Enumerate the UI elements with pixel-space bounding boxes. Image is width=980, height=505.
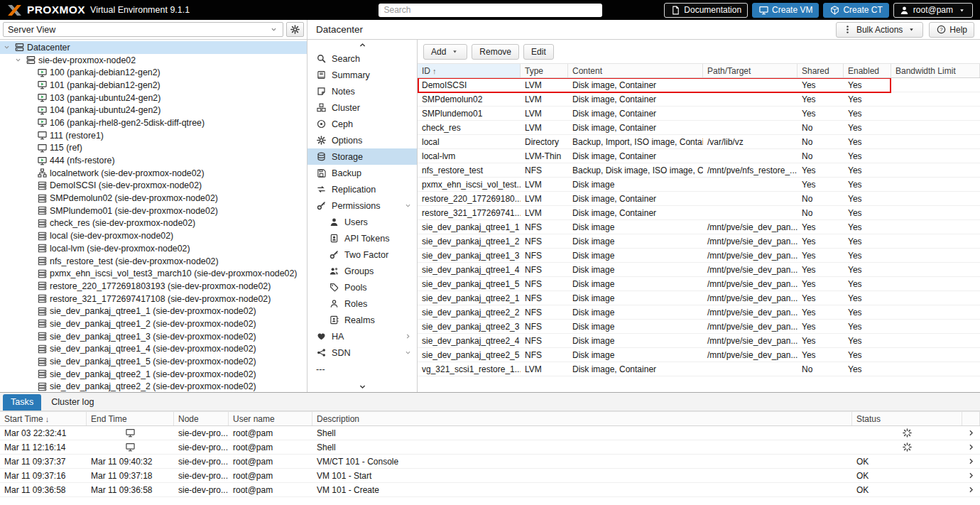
nav-item-two-factor[interactable]: Two Factor (307, 246, 417, 263)
chevron-right-icon[interactable] (967, 457, 976, 467)
nav-item-realms[interactable]: Realms (307, 312, 417, 328)
storage-column-header-enabled[interactable]: Enabled (844, 64, 891, 77)
chevron-right-icon[interactable] (967, 485, 976, 495)
tree-item-restore-220-1772691803193-sie-dev-proxmox-node02[interactable]: restore_220_1772691803193 (sie-dev-proxm… (0, 280, 307, 293)
tree-item-100-pankaj-debian12-gen2[interactable]: 100 (pankaj-debian12-gen2) (0, 66, 307, 79)
nav-item-sdn[interactable]: SDN (307, 344, 417, 361)
tab-cluster-log[interactable]: Cluster log (43, 394, 102, 411)
create-ct-button[interactable]: Create CT (823, 3, 888, 18)
storage-row-restore-321-177269741[interactable]: restore_321_177269741...LVMDisk image, C… (418, 206, 980, 220)
help-button[interactable]: ?Help (929, 22, 974, 38)
nav-item-pools[interactable]: Pools (307, 279, 417, 295)
chevron-right-icon[interactable] (967, 428, 976, 438)
storage-row-demoiscsi[interactable]: DemoISCSILVMDisk image, ContainerYesYes (418, 78, 980, 92)
tree-item-demoiscsi-sie-dev-proxmox-node02[interactable]: DemoISCSI (sie-dev-proxmox-node02) (0, 180, 307, 192)
expander-icon[interactable] (13, 55, 23, 65)
chevron-right-icon[interactable] (967, 471, 976, 481)
storage-column-header-type[interactable]: Type (521, 64, 568, 77)
storage-row-smpdemolun02[interactable]: SMPdemolun02LVMDisk image, ContainerYesY… (418, 92, 980, 107)
tree-settings-button[interactable] (286, 22, 304, 37)
bulk-actions-button[interactable]: Bulk Actions (836, 22, 923, 38)
tree-item-sie-dev-pankaj-qtree2-2-sie-dev-proxmox-node02[interactable]: sie_dev_pankaj_qtree2_2 (sie-dev-proxmox… (0, 381, 307, 392)
task-column-header-status[interactable]: Status (852, 412, 962, 425)
nav-item-cluster[interactable]: Cluster (307, 99, 417, 116)
tree-item-check-res-sie-dev-proxmox-node02[interactable]: check_res (sie-dev-proxmox-node02) (0, 217, 307, 230)
nav-item-item[interactable]: --- (307, 361, 417, 377)
nav-item-storage[interactable]: Storage (307, 148, 417, 165)
storage-row-local-lvm[interactable]: local-lvmLVM-ThinDisk image, ContainerNo… (418, 149, 980, 163)
tree-item-smplundemo01-sie-dev-proxmox-node02[interactable]: SMPlundemo01 (sie-dev-proxmox-node02) (0, 205, 307, 217)
expander-icon[interactable] (2, 43, 11, 53)
nav-item-options[interactable]: Options (307, 132, 417, 148)
tree-item-sie-dev-proxmox-node02[interactable]: sie-dev-proxmox-node02 (0, 54, 307, 67)
storage-row-sie-dev-pankaj-qtree2-5[interactable]: sie_dev_pankaj_qtree2_5NFSDisk image/mnt… (418, 348, 980, 362)
nav-item-permissions[interactable]: Permissions (307, 197, 417, 214)
storage-column-header-path-target[interactable]: Path/Target (703, 64, 797, 77)
tree-item-444-nfs-restore[interactable]: 444 (nfs-restore) (0, 154, 307, 167)
storage-row-pxmx-ehn-iscsi-vol-test[interactable]: pxmx_ehn_iscsi_vol_test...LVMDisk imageY… (418, 178, 980, 192)
task-column-header-user-name[interactable]: User name (229, 412, 312, 425)
task-column-header-node[interactable]: Node (174, 412, 229, 425)
task-column-header-start-time[interactable]: Start Time↓ (0, 412, 87, 425)
nav-item-notes[interactable]: Notes (307, 83, 417, 99)
tree-item-115-ref[interactable]: 115 (ref) (0, 142, 307, 155)
nav-scroll-up[interactable] (307, 40, 417, 50)
nav-item-users[interactable]: Users (307, 214, 417, 230)
tree-item-111-restore1[interactable]: 111 (restore1) (0, 129, 307, 142)
storage-column-header-bandwidth-limit[interactable]: Bandwidth Limit (891, 64, 980, 77)
nav-item-summary[interactable]: Summary (307, 67, 417, 83)
storage-row-sie-dev-pankaj-qtree2-2[interactable]: sie_dev_pankaj_qtree2_2NFSDisk image/mnt… (418, 305, 980, 320)
task-row-shell-1[interactable]: Mar 11 12:16:14sie-dev-pro...root@pamShe… (0, 440, 980, 455)
tree-item-106-pankaj-rhel8-gen2-5disk-diff-qtree[interactable]: 106 (pankaj-rhel8-gen2-5disk-diff-qtree) (0, 116, 307, 129)
nav-item-replication[interactable]: Replication (307, 181, 417, 197)
tree-item-sie-dev-pankaj-qtree2-1-sie-dev-proxmox-node02[interactable]: sie_dev_pankaj_qtree2_1 (sie-dev-proxmox… (0, 368, 307, 381)
tab-tasks[interactable]: Tasks (3, 394, 41, 411)
tree-item-104-pankaj-ubuntu24-gen2[interactable]: 104 (pankaj-ubuntu24-gen2) (0, 104, 307, 116)
tree-item-103-pankaj-ubuntu24-gen2[interactable]: 103 (pankaj-ubuntu24-gen2) (0, 92, 307, 104)
storage-row-sie-dev-pankaj-qtree2-3[interactable]: sie_dev_pankaj_qtree2_3NFSDisk image/mnt… (418, 320, 980, 334)
tree-item-restore-321-1772697417108-sie-dev-proxmox-node02[interactable]: restore_321_1772697417108 (sie-dev-proxm… (0, 293, 307, 305)
tree-item-datacenter[interactable]: Datacenter (0, 41, 307, 54)
storage-row-sie-dev-pankaj-qtree1-1[interactable]: sie_dev_pankaj_qtree1_1NFSDisk image/mnt… (418, 220, 980, 234)
edit-button[interactable]: Edit (523, 44, 554, 60)
nav-scroll-down[interactable] (307, 381, 417, 392)
tree-item-local-sie-dev-proxmox-node02[interactable]: local (sie-dev-proxmox-node02) (0, 229, 307, 242)
tree-item-sie-dev-pankaj-qtree1-1-sie-dev-proxmox-node02[interactable]: sie_dev_pankaj_qtree1_1 (sie-dev-proxmox… (0, 305, 307, 317)
user-menu-button[interactable]: root@pam (893, 3, 973, 18)
add-button[interactable]: Add (423, 44, 467, 60)
storage-row-sie-dev-pankaj-qtree2-4[interactable]: sie_dev_pankaj_qtree2_4NFSDisk image/mnt… (418, 334, 980, 348)
tree-item-local-lvm-sie-dev-proxmox-node02[interactable]: local-lvm (sie-dev-proxmox-node02) (0, 242, 307, 255)
tree-item-localnetwork-sie-dev-proxmox-node02[interactable]: localnetwork (sie-dev-proxmox-node02) (0, 167, 307, 180)
nav-item-roles[interactable]: Roles (307, 295, 417, 312)
storage-row-restore-220-177269180[interactable]: restore_220_177269180...LVMDisk image, C… (418, 192, 980, 206)
nav-item-groups[interactable]: Groups (307, 263, 417, 279)
task-row-vm-101-start-3[interactable]: Mar 11 09:37:16Mar 11 09:37:18sie-dev-pr… (0, 469, 980, 483)
chevron-right-icon[interactable] (967, 442, 976, 452)
nav-item-backup[interactable]: Backup (307, 165, 417, 181)
task-row-shell-0[interactable]: Mar 03 22:32:41sie-dev-pro...root@pamShe… (0, 426, 980, 440)
tree-item-sie-dev-pankaj-qtree1-4-sie-dev-proxmox-node02[interactable]: sie_dev_pankaj_qtree1_4 (sie-dev-proxmox… (0, 343, 307, 356)
documentation-button[interactable]: Documentation (664, 3, 748, 18)
storage-row-local[interactable]: localDirectoryBackup, Import, ISO image,… (418, 135, 980, 149)
storage-column-header-id[interactable]: ID↑ (418, 64, 521, 77)
remove-button[interactable]: Remove (472, 44, 519, 60)
task-column-header-description[interactable]: Description (312, 412, 852, 425)
storage-column-header-shared[interactable]: Shared (797, 64, 844, 77)
view-mode-select[interactable]: Server View (3, 22, 283, 37)
global-search-input[interactable] (379, 4, 602, 17)
tree-item-smpdemolun02-sie-dev-proxmox-node02[interactable]: SMPdemolun02 (sie-dev-proxmox-node02) (0, 192, 307, 205)
storage-row-sie-dev-pankaj-qtree1-3[interactable]: sie_dev_pankaj_qtree1_3NFSDisk image/mnt… (418, 249, 980, 263)
nav-item-search[interactable]: Search (307, 50, 417, 67)
task-row-vm-ct-101-console-2[interactable]: Mar 11 09:37:37Mar 11 09:40:32sie-dev-pr… (0, 455, 980, 469)
tree-item-sie-dev-pankaj-qtree1-3-sie-dev-proxmox-node02[interactable]: sie_dev_pankaj_qtree1_3 (sie-dev-proxmox… (0, 330, 307, 343)
storage-row-sie-dev-pankaj-qtree1-2[interactable]: sie_dev_pankaj_qtree1_2NFSDisk image/mnt… (418, 234, 980, 249)
storage-row-sie-dev-pankaj-qtree2-1[interactable]: sie_dev_pankaj_qtree2_1NFSDisk image/mnt… (418, 291, 980, 305)
task-row-vm-101-create-4[interactable]: Mar 11 09:36:58Mar 11 09:36:58sie-dev-pr… (0, 483, 980, 497)
tree-item-sie-dev-pankaj-qtree1-2-sie-dev-proxmox-node02[interactable]: sie_dev_pankaj_qtree1_2 (sie-dev-proxmox… (0, 317, 307, 330)
storage-row-check-res[interactable]: check_resLVMDisk image, ContainerNoYes (418, 121, 980, 135)
storage-row-smplundemo01[interactable]: SMPlundemo01LVMDisk image, ContainerYesY… (418, 107, 980, 121)
nav-item-ceph[interactable]: Ceph (307, 116, 417, 132)
task-column-header-end-time[interactable]: End Time (87, 412, 174, 425)
tree-item-101-pankaj-debian12-gen2[interactable]: 101 (pankaj-debian12-gen2) (0, 79, 307, 92)
storage-column-header-content[interactable]: Content (568, 64, 703, 77)
